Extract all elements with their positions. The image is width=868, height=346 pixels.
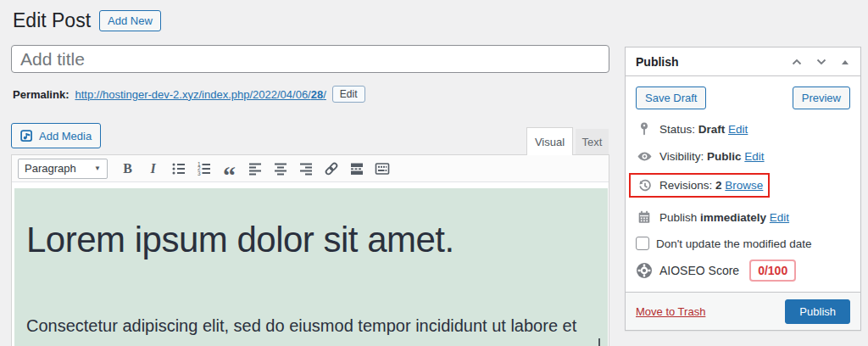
publish-panel-footer: Move to Trash Publish bbox=[626, 292, 860, 330]
revisions-count: 2 bbox=[715, 179, 722, 192]
page-header: Edit Post Add New bbox=[13, 8, 161, 33]
align-left-button[interactable] bbox=[242, 158, 267, 180]
aioseo-row: AIOSEO Score 0/100 bbox=[636, 260, 850, 282]
collapse-panel-icon[interactable] bbox=[840, 58, 850, 66]
visibility-row: Visibility: Public Edit bbox=[636, 148, 850, 165]
dont-update-modified-date-checkbox[interactable] bbox=[636, 237, 649, 250]
align-right-icon bbox=[298, 160, 314, 177]
toolbar-toggle-button[interactable] bbox=[370, 158, 394, 180]
schedule-value: immediately bbox=[700, 211, 766, 224]
calendar-icon bbox=[636, 209, 653, 225]
eye-icon bbox=[636, 148, 653, 165]
post-paragraph: Consectetur adipiscing elit, sed do eius… bbox=[26, 315, 596, 337]
blockquote-icon: “ bbox=[223, 171, 236, 180]
edit-status-link[interactable]: Edit bbox=[728, 123, 748, 136]
save-draft-button[interactable]: Save Draft bbox=[636, 86, 706, 109]
publish-panel: Publish Save Draft Preview bbox=[625, 47, 861, 331]
read-more-button[interactable] bbox=[344, 158, 369, 180]
add-media-label: Add Media bbox=[39, 130, 92, 142]
editor-content-frame: Lorem ipsum dolor sit amet. Consectetur … bbox=[12, 182, 609, 346]
schedule-row: Publish immediately Edit bbox=[636, 209, 850, 225]
revisions-history-icon bbox=[636, 177, 653, 193]
preview-button[interactable]: Preview bbox=[793, 86, 850, 109]
page-title: Edit Post bbox=[13, 8, 91, 33]
link-icon bbox=[323, 160, 340, 177]
bullet-list-button[interactable] bbox=[166, 158, 191, 180]
status-value: Draft bbox=[698, 123, 726, 136]
revisions-highlight-box: Revisions: 2 Browse bbox=[629, 173, 770, 198]
keyboard-icon bbox=[374, 160, 391, 177]
bold-icon: B bbox=[123, 161, 132, 176]
paragraph-format-value: Paragraph bbox=[25, 162, 76, 175]
edit-visibility-link[interactable]: Edit bbox=[744, 150, 764, 163]
italic-button[interactable]: I bbox=[141, 158, 165, 180]
publish-panel-title: Publish bbox=[636, 55, 679, 69]
editor-toolbar: Paragraph ▼ B I 1 2 3 “ bbox=[12, 155, 609, 182]
link-button[interactable] bbox=[319, 158, 343, 180]
move-down-icon[interactable] bbox=[815, 57, 827, 67]
tab-visual[interactable]: Visual bbox=[526, 127, 573, 155]
permalink-url[interactable]: http://hostinger-dev-2.xyz/index.php/202… bbox=[75, 88, 326, 101]
blockquote-button[interactable]: “ bbox=[217, 158, 242, 180]
status-row: Status: Draft Edit bbox=[636, 121, 850, 137]
tab-text[interactable]: Text bbox=[576, 129, 609, 155]
paragraph-format-select[interactable]: Paragraph ▼ bbox=[18, 159, 108, 179]
add-new-button[interactable]: Add New bbox=[99, 10, 161, 31]
edit-schedule-link[interactable]: Edit bbox=[770, 211, 789, 224]
publish-button[interactable]: Publish bbox=[785, 299, 850, 324]
aioseo-score-badge[interactable]: 0/100 bbox=[749, 260, 796, 282]
add-media-button[interactable]: Add Media bbox=[11, 123, 101, 148]
aioseo-label: AIOSEO Score bbox=[659, 264, 739, 277]
svg-text:3: 3 bbox=[198, 170, 201, 176]
media-icon bbox=[20, 130, 34, 142]
publish-panel-body: Save Draft Preview Status: Draft Edit Vi… bbox=[626, 76, 860, 282]
permalink-label: Permalink: bbox=[13, 88, 69, 101]
post-title-input[interactable] bbox=[11, 45, 609, 73]
italic-icon: I bbox=[150, 161, 155, 176]
bold-button[interactable]: B bbox=[115, 158, 140, 180]
browse-revisions-link[interactable]: Browse bbox=[725, 179, 763, 192]
editor-canvas[interactable]: Lorem ipsum dolor sit amet. Consectetur … bbox=[14, 188, 608, 346]
modified-date-label: Don't update the modified date bbox=[656, 237, 811, 250]
move-up-icon[interactable] bbox=[791, 57, 803, 67]
pin-icon bbox=[636, 121, 653, 137]
bullet-list-icon bbox=[170, 160, 187, 177]
permalink-post-id: 28 bbox=[311, 88, 323, 101]
permalink-row: Permalink: http://hostinger-dev-2.xyz/in… bbox=[13, 86, 365, 103]
align-center-button[interactable] bbox=[268, 158, 292, 180]
post-heading: Lorem ipsum dolor sit amet. bbox=[26, 220, 596, 260]
numbered-list-button[interactable]: 1 2 3 bbox=[192, 158, 216, 180]
revisions-row: Revisions: 2 Browse bbox=[636, 173, 850, 198]
move-to-trash-link[interactable]: Move to Trash bbox=[636, 305, 705, 318]
aioseo-gear-icon bbox=[636, 262, 653, 279]
read-more-icon bbox=[348, 160, 365, 177]
align-right-button[interactable] bbox=[293, 158, 318, 180]
numbered-list-icon: 1 2 3 bbox=[196, 160, 213, 177]
chevron-down-icon: ▼ bbox=[94, 165, 101, 172]
align-center-icon bbox=[272, 160, 289, 177]
publish-panel-header: Publish bbox=[626, 47, 860, 76]
classic-editor: Paragraph ▼ B I 1 2 3 “ bbox=[11, 154, 609, 346]
visibility-value: Public bbox=[707, 150, 742, 163]
modified-date-row: Don't update the modified date bbox=[636, 237, 850, 250]
text-caret bbox=[598, 338, 600, 346]
align-left-icon bbox=[247, 160, 264, 177]
edit-permalink-button[interactable]: Edit bbox=[332, 86, 365, 103]
